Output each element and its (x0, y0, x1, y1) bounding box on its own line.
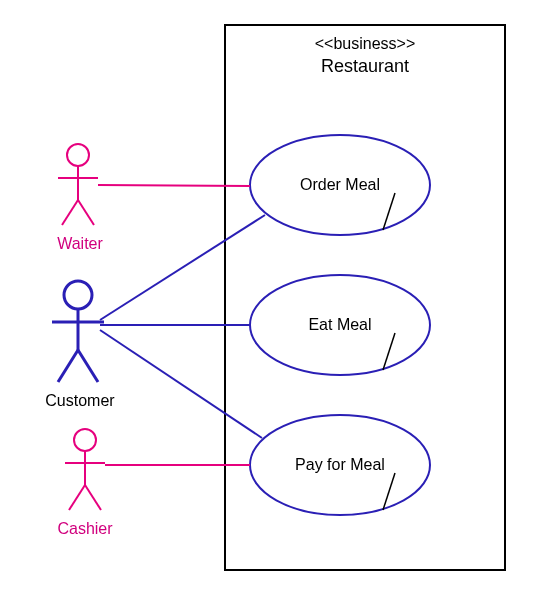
usecase-order-label: Order Meal (250, 176, 430, 194)
system-stereotype: <<business>> (225, 35, 505, 53)
svg-line-8 (58, 350, 78, 382)
usecase-eat-label: Eat Meal (250, 316, 430, 334)
assoc-customer-order (100, 215, 265, 320)
actor-customer-icon (52, 281, 104, 382)
assoc-waiter-order (98, 185, 250, 186)
svg-line-14 (85, 485, 101, 510)
svg-line-9 (78, 350, 98, 382)
use-case-diagram: <<business>> Restaurant Order Meal Eat M… (0, 0, 550, 599)
svg-line-4 (78, 200, 94, 225)
system-name: Restaurant (225, 56, 505, 77)
actor-waiter-icon (58, 144, 98, 225)
diagram-svg (0, 0, 550, 599)
actor-waiter-label: Waiter (40, 235, 120, 253)
assoc-customer-pay (100, 330, 262, 438)
actor-customer-label: Customer (30, 392, 130, 410)
actor-cashier-label: Cashier (45, 520, 125, 538)
usecase-pay-label: Pay for Meal (250, 456, 430, 474)
actor-cashier-icon (65, 429, 105, 510)
svg-line-13 (69, 485, 85, 510)
svg-point-5 (64, 281, 92, 309)
svg-line-3 (62, 200, 78, 225)
svg-point-10 (74, 429, 96, 451)
svg-point-0 (67, 144, 89, 166)
